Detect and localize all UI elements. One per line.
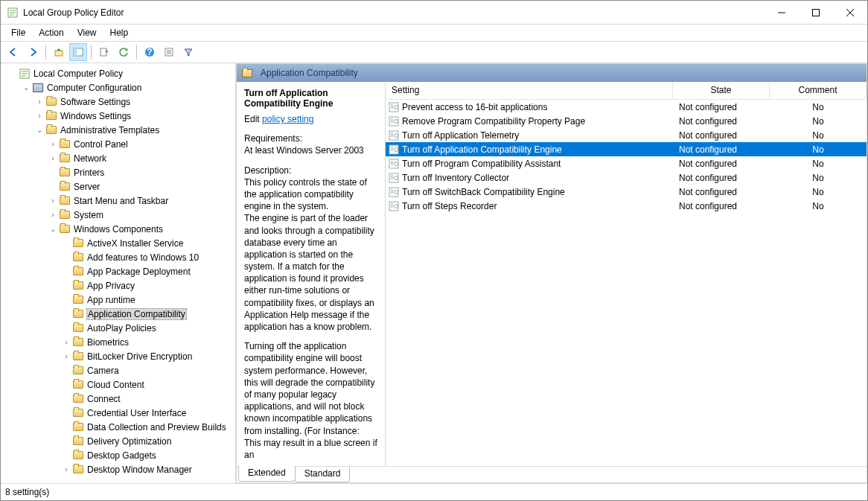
tree-item[interactable]: ›BitLocker Drive Encryption bbox=[1, 349, 235, 363]
svg-rect-5 bbox=[100, 48, 106, 56]
back-button[interactable] bbox=[4, 43, 22, 61]
tree-item[interactable]: App Privacy bbox=[1, 278, 235, 293]
help-button[interactable]: ? bbox=[141, 43, 159, 61]
tree-pane[interactable]: Local Computer Policy⌄Computer Configura… bbox=[1, 63, 236, 483]
tree-item[interactable]: ›System bbox=[1, 208, 235, 222]
chevron-right-icon[interactable]: › bbox=[60, 339, 72, 346]
tree-item[interactable]: Local Computer Policy bbox=[1, 66, 235, 80]
close-button[interactable] bbox=[833, 1, 867, 24]
tree-item[interactable]: Delivery Optimization bbox=[1, 434, 235, 448]
forward-button[interactable] bbox=[24, 43, 42, 61]
tree-item[interactable]: ›Start Menu and Taskbar bbox=[1, 194, 235, 208]
computer-icon bbox=[32, 82, 44, 94]
tree-item-label: Windows Components bbox=[74, 224, 163, 234]
setting-name: Prevent access to 16-bit applications bbox=[402, 102, 547, 112]
chevron-right-icon[interactable]: › bbox=[33, 112, 45, 120]
chevron-right-icon[interactable]: › bbox=[47, 141, 59, 148]
show-hide-tree-button[interactable] bbox=[69, 43, 87, 61]
chevron-right-icon[interactable]: › bbox=[47, 211, 59, 219]
setting-name: Remove Program Compatibility Property Pa… bbox=[402, 116, 585, 127]
column-state[interactable]: State bbox=[673, 82, 770, 99]
tree-item[interactable]: ⌄Windows Components bbox=[1, 222, 235, 236]
tree-item[interactable]: Desktop Gadgets bbox=[1, 448, 235, 462]
filter-button[interactable] bbox=[179, 43, 197, 61]
export-button[interactable] bbox=[95, 43, 113, 61]
list-row[interactable]: Turn off SwitchBack Compatibility Engine… bbox=[386, 185, 867, 199]
chevron-right-icon[interactable]: › bbox=[47, 155, 59, 162]
policy-setting-icon bbox=[389, 116, 399, 127]
list-row[interactable]: Turn off Application TelemetryNot config… bbox=[386, 128, 867, 142]
tree-item[interactable]: Camera bbox=[1, 363, 235, 377]
tree-item-label: Printers bbox=[74, 167, 104, 178]
folder-icon bbox=[72, 252, 84, 264]
list-row[interactable]: Turn off Program Compatibility Assistant… bbox=[386, 156, 867, 170]
chevron-down-icon[interactable]: ⌄ bbox=[33, 127, 45, 134]
maximize-button[interactable] bbox=[799, 1, 833, 24]
tree-item[interactable]: Data Collection and Preview Builds bbox=[1, 420, 235, 434]
column-setting[interactable]: Setting bbox=[386, 82, 673, 99]
tree-item[interactable]: Add features to Windows 10 bbox=[1, 250, 235, 264]
list-rows[interactable]: Prevent access to 16-bit applicationsNot… bbox=[386, 100, 867, 466]
menu-action[interactable]: Action bbox=[33, 26, 69, 39]
tree-item[interactable]: ›Software Settings bbox=[1, 95, 235, 109]
chevron-right-icon[interactable]: › bbox=[47, 197, 59, 205]
folder-icon bbox=[59, 195, 71, 207]
policy-setting-icon bbox=[389, 144, 399, 155]
folder-icon bbox=[72, 365, 84, 377]
minimize-button[interactable] bbox=[765, 1, 799, 24]
refresh-button[interactable] bbox=[115, 43, 133, 61]
menu-help[interactable]: Help bbox=[104, 26, 135, 39]
folder-icon bbox=[72, 294, 84, 306]
description-scroll[interactable]: Edit policy setting Requirements: At lea… bbox=[237, 113, 385, 466]
tree-item-label: Credential User Interface bbox=[87, 408, 186, 418]
chevron-down-icon[interactable]: ⌄ bbox=[20, 84, 32, 92]
list-row[interactable]: Prevent access to 16-bit applicationsNot… bbox=[386, 100, 867, 114]
tree-item[interactable]: Server bbox=[1, 179, 235, 194]
list-row[interactable]: Turn off Inventory CollectorNot configur… bbox=[386, 170, 867, 185]
tree-item[interactable]: ActiveX Installer Service bbox=[1, 236, 235, 250]
tree-item[interactable]: ›Control Panel bbox=[1, 137, 235, 151]
list-header[interactable]: Setting State Comment bbox=[386, 82, 867, 100]
menu-view[interactable]: View bbox=[71, 26, 103, 39]
tree-item[interactable]: ›Network bbox=[1, 151, 235, 165]
list-row[interactable]: Turn off Application Compatibility Engin… bbox=[386, 142, 867, 156]
setting-state: Not configured bbox=[673, 201, 770, 211]
tree-item[interactable]: App runtime bbox=[1, 293, 235, 307]
folder-icon bbox=[59, 138, 71, 150]
list-row[interactable]: Turn off Steps RecorderNot configuredNo bbox=[386, 199, 867, 213]
tree-item[interactable]: Application Compatibility bbox=[1, 307, 235, 321]
chevron-down-icon[interactable]: ⌄ bbox=[47, 226, 59, 233]
tree-item[interactable]: App Package Deployment bbox=[1, 264, 235, 278]
setting-comment: No bbox=[770, 187, 867, 197]
tree-item[interactable]: AutoPlay Policies bbox=[1, 321, 235, 335]
setting-state: Not configured bbox=[673, 187, 770, 197]
tree-item[interactable]: ⌄Computer Configuration bbox=[1, 80, 235, 95]
chevron-right-icon[interactable]: › bbox=[60, 466, 72, 473]
tree-item[interactable]: ⌄Administrative Templates bbox=[1, 123, 235, 137]
tab-standard[interactable]: Standard bbox=[295, 467, 351, 482]
edit-policy-link[interactable]: policy setting bbox=[262, 114, 313, 124]
content-header-title: Application Compatibility bbox=[261, 68, 358, 78]
menu-file[interactable]: File bbox=[5, 26, 31, 39]
chevron-right-icon[interactable]: › bbox=[60, 353, 72, 360]
properties-button[interactable] bbox=[160, 43, 178, 61]
tree-item[interactable]: ›Windows Settings bbox=[1, 109, 235, 123]
description-panel: Turn off Application Compatibility Engin… bbox=[237, 82, 386, 466]
setting-name: Turn off Inventory Collector bbox=[402, 173, 509, 183]
setting-state: Not configured bbox=[673, 159, 770, 169]
tree-item[interactable]: Connect bbox=[1, 392, 235, 406]
tree-item[interactable]: Printers bbox=[1, 165, 235, 179]
folder-icon bbox=[45, 110, 57, 122]
up-button[interactable] bbox=[50, 43, 68, 61]
tab-extended[interactable]: Extended bbox=[238, 466, 296, 482]
tree-item-label: Add features to Windows 10 bbox=[87, 252, 199, 263]
description-label: Description: bbox=[244, 165, 291, 176]
column-comment[interactable]: Comment bbox=[770, 82, 867, 99]
tree-item[interactable]: ›Biometrics bbox=[1, 335, 235, 349]
tree-item[interactable]: ›Desktop Window Manager bbox=[1, 462, 235, 476]
setting-state: Not configured bbox=[673, 173, 770, 183]
chevron-right-icon[interactable]: › bbox=[33, 98, 45, 106]
tree-item[interactable]: Credential User Interface bbox=[1, 406, 235, 420]
list-row[interactable]: Remove Program Compatibility Property Pa… bbox=[386, 114, 867, 128]
tree-item[interactable]: Cloud Content bbox=[1, 377, 235, 392]
